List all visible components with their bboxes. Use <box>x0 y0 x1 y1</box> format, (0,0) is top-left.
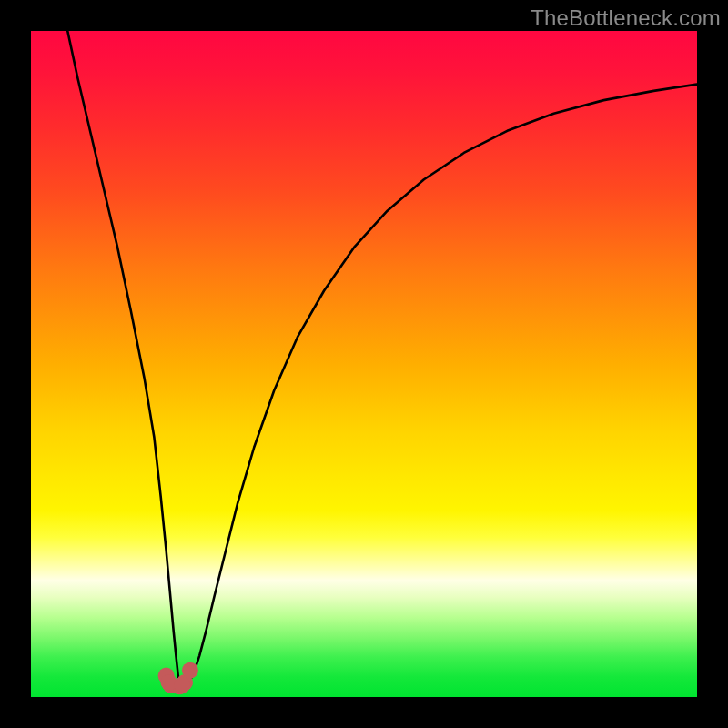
plot-area <box>31 31 697 697</box>
marker-dot <box>182 662 198 679</box>
chart-frame: TheBottleneck.com <box>0 0 728 728</box>
watermark-text: TheBottleneck.com <box>531 5 721 31</box>
curve-layer <box>31 31 697 697</box>
bottleneck-curve <box>67 31 697 686</box>
marker-dot <box>174 677 190 693</box>
